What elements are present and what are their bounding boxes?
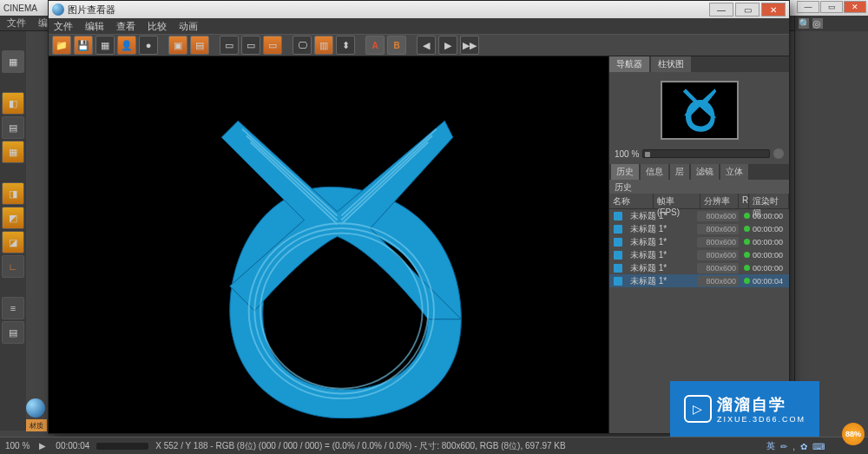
layer2-icon[interactable]: ▤ <box>190 36 209 55</box>
tool-angle-icon[interactable]: ∟ <box>2 255 24 278</box>
viewer-min-button[interactable]: — <box>709 3 733 16</box>
coin-badge: 88% <box>842 423 865 445</box>
viewer-menu-view[interactable]: 查看 <box>116 20 135 33</box>
history-row[interactable]: 未标题 1*800x60000:00:00 <box>609 235 789 248</box>
box3-icon[interactable]: ▭ <box>263 36 282 55</box>
status-bar: 100 % ▶ 00:00:04 X 552 / Y 188 - RGB (8位… <box>0 437 868 454</box>
tab-histogram[interactable]: 柱状图 <box>651 56 691 72</box>
tool-cube3-icon[interactable]: ◩ <box>2 207 24 229</box>
row-time: 00:00:00 <box>749 212 789 220</box>
ime-punct-icon[interactable]: , <box>792 442 795 451</box>
tool-layers-icon[interactable]: ≡ <box>2 297 24 319</box>
prev-icon[interactable]: ◀ <box>417 36 436 55</box>
layer-icon[interactable]: ▣ <box>168 36 187 55</box>
status-slider[interactable] <box>96 443 148 450</box>
tool-cube4-icon[interactable]: ◪ <box>2 231 24 253</box>
tool-select-icon[interactable]: ▦ <box>2 50 24 73</box>
history-row[interactable]: 未标题 1*800x60000:00:00 <box>609 209 789 222</box>
row-type-icon <box>609 225 627 234</box>
person-icon[interactable]: 👤 <box>117 36 136 55</box>
row-name: 未标题 1* <box>627 249 697 261</box>
monitor-icon[interactable]: 🖵 <box>293 36 312 55</box>
row-type-icon <box>609 238 627 247</box>
tab-filter[interactable]: 滤镜 <box>691 164 719 180</box>
history-columns: 名称 帧率(FPS) 分辨率 R 渲染时间 <box>609 194 789 209</box>
b-channel-icon[interactable]: B <box>387 36 406 55</box>
viewer-menu-compare[interactable]: 比较 <box>148 20 167 33</box>
row-time: 00:00:00 <box>749 264 789 273</box>
row-time: 00:00:04 <box>749 277 789 286</box>
tab-info[interactable]: 信息 <box>641 164 668 180</box>
tool-cube2-icon[interactable]: ◨ <box>2 182 24 205</box>
play-icon[interactable]: ▶ <box>438 36 457 55</box>
svg-point-2 <box>260 234 422 389</box>
material-ball-icon[interactable] <box>26 398 45 418</box>
target-icon[interactable]: ◎ <box>812 18 823 29</box>
ime-lang[interactable]: 英 <box>766 440 775 452</box>
row-name: 未标题 1* <box>627 236 697 248</box>
col-r[interactable]: R <box>739 194 749 208</box>
material-label[interactable]: 材质 <box>26 419 47 431</box>
row-time: 00:00:00 <box>749 238 789 247</box>
col-name[interactable]: 名称 <box>609 194 654 208</box>
search-icon[interactable]: 🔍 <box>799 18 809 29</box>
history-row[interactable]: 未标题 1*800x60000:00:04 <box>609 274 789 287</box>
zoom-slider[interactable] <box>642 149 770 158</box>
main-max-button[interactable]: ▭ <box>820 1 843 13</box>
viewer-titlebar[interactable]: 图片查看器 — ▭ ✕ <box>49 1 789 18</box>
history-row[interactable]: 未标题 1*800x60000:00:00 <box>609 248 789 261</box>
ime-pen-icon[interactable]: ✏ <box>780 442 787 451</box>
ime-flower-icon[interactable]: ✿ <box>800 442 807 451</box>
viewer-close-button[interactable]: ✕ <box>761 3 786 16</box>
ime-keyboard-icon[interactable]: ⌨ <box>812 442 825 451</box>
box1-icon[interactable]: ▭ <box>220 36 239 55</box>
viewer-max-button[interactable]: ▭ <box>735 3 760 16</box>
viewer-menu-anim[interactable]: 动画 <box>179 20 198 33</box>
row-res: 800x600 <box>697 250 739 260</box>
left-toolbar: ▦ ◧ ▤ ▦ ◨ ◩ ◪ ∟ ≡ ▤ <box>0 31 26 431</box>
tool-mesh-icon[interactable]: ▤ <box>2 321 24 344</box>
history-row[interactable]: 未标题 1*800x60000:00:00 <box>609 261 789 274</box>
col-fps[interactable]: 帧率(FPS) <box>654 194 700 208</box>
viewer-window-buttons: — ▭ ✕ <box>709 3 786 16</box>
row-res: 800x600 <box>697 211 739 221</box>
open-icon[interactable]: 📁 <box>52 36 71 55</box>
main-close-button[interactable]: ✕ <box>844 1 866 13</box>
row-status-icon <box>740 226 749 232</box>
grid-icon[interactable]: ▦ <box>95 36 115 55</box>
picture-viewer-window: 图片查看器 — ▭ ✕ 文件 编辑 查看 比较 动画 📁 💾 ▦ 👤 ● ▣ ▤… <box>48 0 790 434</box>
zoom-row: 100 % <box>609 148 789 164</box>
tab-stereo[interactable]: 立体 <box>720 164 748 180</box>
next-icon[interactable]: ▶▶ <box>460 36 479 55</box>
row-time: 00:00:00 <box>749 251 789 260</box>
dot-icon[interactable]: ● <box>139 36 158 55</box>
status-play-icon[interactable]: ▶ <box>36 440 49 452</box>
col-res[interactable]: 分辨率 <box>700 194 739 208</box>
row-type-icon <box>609 264 627 273</box>
tab-layer[interactable]: 层 <box>670 164 689 180</box>
zoom-fit-icon[interactable] <box>773 148 784 159</box>
viewer-menu-edit[interactable]: 编辑 <box>85 20 104 33</box>
viewer-menu-file[interactable]: 文件 <box>54 20 73 33</box>
a-channel-icon[interactable]: A <box>365 36 385 55</box>
displays-icon[interactable]: ▥ <box>314 36 333 55</box>
main-min-button[interactable]: — <box>797 1 819 13</box>
render-view[interactable] <box>49 56 608 433</box>
main-menu-file[interactable]: 文件 <box>7 16 26 30</box>
navigator-thumbnail[interactable] <box>661 81 739 140</box>
tab-history[interactable]: 历史 <box>611 164 639 180</box>
tool-grid-icon[interactable]: ▦ <box>2 141 24 163</box>
save-icon[interactable]: 💾 <box>74 36 93 55</box>
tool-checker-icon[interactable]: ▤ <box>2 116 24 139</box>
viewer-toolbar: 📁 💾 ▦ 👤 ● ▣ ▤ ▭ ▭ ▭ 🖵 ▥ ⬍ A B ◀ ▶ ▶▶ <box>49 34 789 56</box>
viewer-app-icon <box>52 3 64 16</box>
tool-cube-icon[interactable]: ◧ <box>2 92 24 115</box>
col-time[interactable]: 渲染时间 <box>749 194 789 208</box>
history-rows: 未标题 1*800x60000:00:00未标题 1*800x60000:00:… <box>609 209 789 287</box>
slider-icon[interactable]: ⬍ <box>336 36 355 55</box>
history-row[interactable]: 未标题 1*800x60000:00:00 <box>609 222 789 235</box>
box2-icon[interactable]: ▭ <box>241 36 260 55</box>
viewer-title-text: 图片查看器 <box>68 3 115 16</box>
viewer-side-panel: 导航器 柱状图 100 % 历史 信息 层 滤镜 <box>608 56 789 433</box>
tab-navigator[interactable]: 导航器 <box>609 56 649 72</box>
